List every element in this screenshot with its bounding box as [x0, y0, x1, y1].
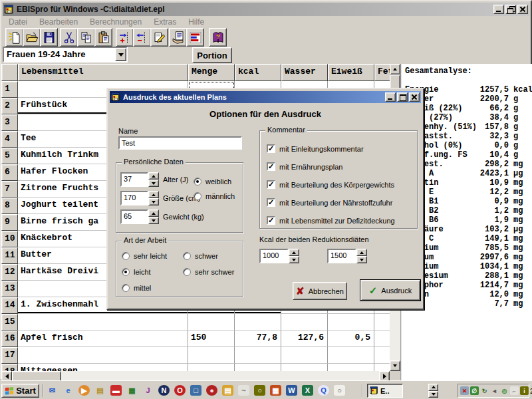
sync-icon[interactable]: ↻ [480, 386, 489, 395]
spin-down-button[interactable] [148, 198, 159, 205]
comment-checkbox[interactable]: mit Lebensmittel zur Defizitdeckung [267, 216, 395, 225]
close-button[interactable] [517, 5, 528, 14]
table-cell[interactable] [281, 314, 328, 331]
personal-field-spinner[interactable]: 65 [120, 209, 159, 224]
internet-explorer-icon[interactable]: e [63, 385, 74, 396]
folder-search-icon[interactable]: ▤ [222, 385, 233, 396]
table-cell[interactable] [18, 314, 188, 331]
word-icon[interactable]: W [286, 385, 297, 396]
taskbar-scroll-down[interactable] [428, 391, 438, 398]
netscape-icon[interactable]: N [158, 385, 170, 396]
start-button[interactable]: Start [1, 384, 39, 398]
gender-radio[interactable]: männlich [194, 192, 235, 200]
work-radio[interactable]: leicht [122, 268, 151, 276]
row-number[interactable]: 15 [1, 314, 18, 331]
row-number[interactable]: 10 [1, 231, 18, 247]
dialog-titlebar[interactable]: Ausdruck des aktuellen Plans [110, 91, 421, 103]
column-header[interactable]: Menge [188, 64, 235, 81]
new-file-button[interactable] [5, 28, 23, 47]
spin-up-button[interactable] [356, 249, 367, 256]
find-document-icon[interactable]: ○ [334, 385, 345, 396]
restore-button[interactable] [505, 5, 516, 14]
column-header[interactable]: Fett [374, 64, 390, 81]
spin-up-button[interactable] [148, 172, 159, 180]
row-number[interactable]: 13 [1, 281, 18, 297]
volume-icon[interactable]: ◄ [490, 386, 499, 395]
row-number[interactable]: 5 [1, 148, 18, 164]
realplayer-icon[interactable]: ● [206, 385, 217, 396]
work-radio[interactable]: schwer [183, 252, 218, 260]
outlook-express-icon[interactable]: ✉ [47, 385, 58, 396]
table-cell[interactable] [18, 347, 188, 364]
kcal-spinner[interactable]: 1500 [327, 249, 367, 263]
main-titlebar[interactable]: EBISpro für Windows -C:\diaita\diet.epl [3, 3, 529, 16]
menu-extras[interactable]: Extras [148, 17, 182, 27]
cancel-button[interactable]: ✘ Abbrechen [293, 282, 347, 300]
paste-button[interactable] [94, 28, 112, 47]
table-cell[interactable]: 150 [188, 331, 235, 347]
network-offline-icon[interactable]: ✕ [460, 386, 469, 395]
image-file-icon[interactable]: ▦ [126, 385, 138, 396]
spin-value[interactable]: 37 [120, 172, 148, 187]
spin-up-button[interactable] [289, 249, 299, 256]
ebis-task-button[interactable]: E.. [367, 384, 403, 398]
column-header[interactable] [1, 64, 18, 81]
table-cell[interactable] [374, 331, 390, 347]
chart-button[interactable] [186, 28, 204, 47]
print-button[interactable]: ✓ Ausdruck [360, 280, 420, 301]
menu-datei[interactable]: Datei [3, 17, 33, 27]
row-number[interactable]: 9 [1, 214, 18, 231]
row-number[interactable]: 2 [1, 98, 18, 114]
taskbar-scroll-up[interactable] [428, 384, 438, 391]
row-number[interactable]: 16 [1, 331, 18, 347]
network-computer-icon[interactable]: □ [190, 385, 201, 396]
table-cell[interactable]: Apfel frisch [18, 331, 188, 347]
table-cell[interactable] [374, 364, 390, 371]
table-cell[interactable] [235, 364, 281, 371]
spin-up-button[interactable] [148, 191, 159, 198]
scroll-down-button[interactable] [390, 360, 400, 371]
comment-checkbox[interactable]: mit Ernährungsplan [267, 162, 342, 171]
key-info-icon[interactable]: i [520, 386, 529, 395]
table-cell[interactable] [281, 347, 328, 364]
red-app-icon[interactable]: ▦ [270, 385, 281, 396]
cut-button[interactable] [60, 28, 78, 47]
menu-hilfe[interactable]: Hilfe [182, 17, 210, 27]
row-number[interactable]: 17 [1, 347, 18, 364]
spin-value[interactable]: 65 [120, 209, 148, 224]
column-header[interactable]: Eiweiß [328, 64, 374, 81]
delete-row-button[interactable] [133, 28, 151, 47]
desk-icon[interactable]: ▤ [94, 385, 106, 396]
help-button[interactable]: ? [209, 28, 227, 47]
row-number[interactable]: 12 [1, 264, 18, 281]
table-cell[interactable]: 127,6 [281, 331, 328, 347]
row-number[interactable]: 8 [1, 198, 18, 214]
table-cell[interactable] [328, 314, 374, 331]
table-cell[interactable]: 77,8 [235, 331, 281, 347]
work-radio[interactable]: sehr leicht [122, 252, 167, 260]
quicktime-icon[interactable]: Q [318, 385, 329, 396]
table-cell[interactable] [235, 347, 281, 364]
dialog-minimize-button[interactable] [385, 92, 396, 102]
spin-down-button[interactable] [289, 256, 299, 263]
work-radio[interactable]: mittel [122, 284, 151, 292]
combobox-dropdown-button[interactable] [115, 48, 126, 61]
table-cell[interactable] [188, 314, 235, 331]
work-radio[interactable]: sehr schwer [183, 268, 234, 276]
row-number[interactable]: 11 [1, 247, 18, 264]
comment-checkbox[interactable]: mit Einleitungskommentar [267, 144, 364, 153]
comment-checkbox[interactable]: mit Beurteilung des Körpergewichts [267, 180, 394, 189]
name-input[interactable]: Test [118, 136, 242, 150]
scheduler-icon[interactable]: ○ [254, 385, 265, 396]
portion-button[interactable]: Portion [192, 47, 232, 63]
row-number[interactable]: 6 [1, 164, 18, 181]
edit-button[interactable] [150, 28, 168, 47]
spin-down-button[interactable] [356, 256, 367, 263]
row-number[interactable]: 18 [1, 364, 18, 371]
dialog-maximize-button[interactable] [397, 92, 408, 102]
table-cell[interactable]: Mittagessen [18, 364, 188, 371]
print-report-button[interactable] [169, 28, 187, 47]
column-header[interactable]: Wasser [281, 64, 328, 81]
spin-down-button[interactable] [148, 180, 159, 187]
column-header[interactable]: kcal [235, 64, 281, 81]
